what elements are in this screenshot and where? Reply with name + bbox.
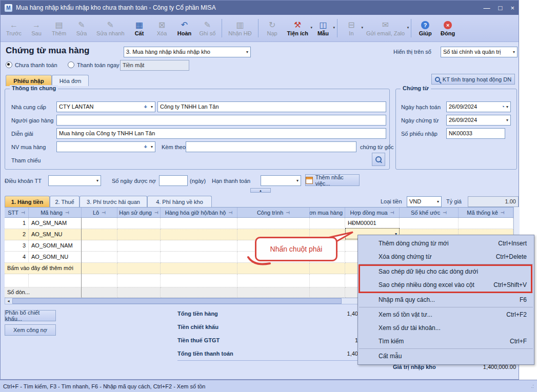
menu-item-add-row[interactable]: Thêm dòng chứng từ mớiCtrl+Insert: [358, 237, 534, 250]
exchange-rate-field: 1.00: [468, 196, 519, 207]
toolbar-save-button[interactable]: ▦Cất: [128, 15, 151, 41]
toolbar-help-button[interactable]: ?Giúp: [414, 15, 436, 41]
term-select[interactable]: ▾: [48, 175, 101, 186]
chevron-down-icon: ▾: [513, 47, 515, 57]
doc-type-select[interactable]: 3. Mua hàng nhập khẩu nhập kho ▾: [124, 47, 251, 57]
toolbar-post-button[interactable]: ✎Ghi sổ: [196, 15, 220, 41]
attach-label: Kèm theo: [162, 144, 186, 150]
pin-icon[interactable]: ⊣: [228, 210, 232, 215]
pin-icon[interactable]: ⊣: [21, 210, 25, 215]
tab-phi-hang-ve-kho[interactable]: 4. Phí hàng về kho: [147, 196, 212, 207]
pencil-icon: ✎: [204, 20, 211, 30]
column-header[interactable]: Hợp đồng mua⊣: [345, 208, 400, 217]
total-goods-value: 1,40: [288, 311, 358, 317]
toolbar-separator: [258, 19, 258, 37]
collapse-button[interactable]: ▲: [250, 188, 271, 193]
add-icon[interactable]: +: [144, 102, 147, 112]
column-header[interactable]: Hạn sử dụng⊣: [117, 208, 161, 217]
posting-date-picker[interactable]: 26/09/2024 ◔ ▾: [446, 101, 511, 112]
toolbar-delete-button[interactable]: ⊠Xóa: [151, 15, 173, 41]
allocate-discount-button[interactable]: Phân bổ chiết khấu...: [5, 310, 56, 321]
pin-icon[interactable]: ⊣: [154, 210, 158, 215]
column-header[interactable]: Lô⊣: [82, 208, 117, 217]
receipt-no-field[interactable]: NK00033: [446, 128, 505, 139]
maximize-icon[interactable]: □: [499, 4, 503, 12]
column-header[interactable]: Hàng hóa giữ hộ/bán hộ⊣: [161, 208, 237, 217]
tab-hang-tien[interactable]: 1. Hàng tiền: [5, 196, 50, 207]
supplier-combo[interactable]: CTY LANTAN + ▾: [56, 101, 155, 112]
pin-icon[interactable]: ⊣: [65, 210, 69, 215]
scrollbar-thumb[interactable]: [12, 298, 342, 304]
toolbar-reload-button[interactable]: ↻Nạp: [261, 15, 284, 41]
display-on-book-select[interactable]: Sổ tài chính và quản trị ▾: [441, 47, 518, 57]
tab-thue[interactable]: 2. Thuế: [50, 196, 79, 207]
refresh-icon: ↻: [269, 20, 275, 30]
toolbar-prev-button[interactable]: ←Trước: [3, 15, 25, 41]
posting-date-label: Ngày hạch toán: [401, 104, 441, 110]
toolbar-send-email-button[interactable]: ✉Gửi email, Zalo▾: [363, 15, 408, 41]
add-icon[interactable]: +: [144, 142, 147, 152]
pin-icon[interactable]: ⊣: [102, 210, 106, 215]
kt-status-button[interactable]: KT tình trạng hoạt động DN: [431, 74, 515, 85]
menu-item-spec-code[interactable]: Nhập mã quy cách...F6: [358, 293, 534, 306]
toolbar-edit-button[interactable]: ✎Sửa: [70, 15, 93, 41]
menu-item-view-account-balance[interactable]: Xem số dư tài khoản...: [358, 321, 534, 335]
minimize-icon[interactable]: —: [484, 4, 490, 12]
toolbar-undo-button[interactable]: ↶Hoàn: [173, 15, 196, 41]
doc-date-picker[interactable]: 26/09/2024 ▾: [446, 115, 511, 126]
tab-hoa-don[interactable]: Hóa đơn: [52, 75, 89, 86]
menu-item-search[interactable]: Tìm kiếmCtrl+F: [358, 335, 534, 348]
attach-field[interactable]: [186, 141, 356, 152]
menu-item-save-template[interactable]: Cất mẫu: [358, 349, 534, 363]
column-header[interactable]: Mã hàng⊣: [29, 208, 82, 217]
radio-unpaid[interactable]: Chưa thanh toán: [6, 61, 57, 68]
chevron-down-icon: ▾: [333, 26, 335, 30]
total-goods-label: Tổng tiền hàng: [177, 311, 218, 317]
chevron-down-icon: ▾: [437, 197, 439, 207]
scroll-left-icon[interactable]: ◂: [5, 298, 12, 304]
view-debt-button[interactable]: Xem công nợ: [5, 324, 56, 336]
group-legend: Chứng từ: [401, 85, 431, 91]
toolbar-add-button[interactable]: ▤Thêm: [48, 15, 70, 41]
toolbar-receive-invoice-button[interactable]: ▥Nhận HĐ: [225, 15, 255, 41]
term-label: Điều khoản TT: [5, 178, 42, 184]
toolbar-templates-button[interactable]: ◫Mẫu▾: [312, 15, 334, 41]
toolbar-next-button[interactable]: →Sau: [25, 15, 48, 41]
window-title: Mua hàng nhập khẩu nhập kho chưa thanh t…: [16, 4, 216, 11]
pin-icon[interactable]: ⊣: [390, 210, 394, 215]
due-date-select[interactable]: ▾: [261, 175, 301, 186]
close-icon[interactable]: ×: [510, 4, 514, 12]
buyer-combo[interactable]: + ▾: [56, 141, 155, 152]
column-header[interactable]: Mã thống kê⊣: [459, 208, 513, 217]
status-bar: Ctrl+F - Tìm kiếm, F3 - Tìm nhanh, F6 - …: [0, 380, 537, 392]
credit-days-field[interactable]: [159, 175, 188, 186]
toolbar-utilities-button[interactable]: ⚒Tiện ích▾: [284, 15, 312, 41]
radio-pay-now[interactable]: Thanh toán ngay: [68, 61, 120, 68]
tab-phi-truoc-hai-quan[interactable]: 3. Phí trước hải quan: [79, 196, 147, 207]
reference-search-button[interactable]: [372, 153, 385, 166]
column-header[interactable]: STT⊣: [5, 208, 29, 217]
pin-icon[interactable]: ⊣: [501, 210, 505, 215]
resize-grip-icon[interactable]: .:: [531, 383, 534, 389]
description-field[interactable]: Mua hàng của Công ty TNHH Lan Tân: [56, 128, 386, 139]
add-reminder-button[interactable]: Thêm nhắc việc...: [305, 174, 360, 186]
menu-item-view-stock[interactable]: Xem số tồn vật tư...Ctrl+F2: [358, 308, 534, 321]
toolbar-close-button[interactable]: ×Đóng: [436, 15, 459, 41]
pin-icon[interactable]: ⊣: [443, 210, 447, 215]
column-header[interactable]: Đơn mua hàng⊣: [310, 208, 345, 217]
column-header[interactable]: Số khế ước⊣: [400, 208, 459, 217]
document-edit-icon: ✎: [107, 20, 114, 30]
currency-select[interactable]: VND ▾: [407, 196, 442, 207]
chevron-down-icon: ▾: [407, 26, 409, 30]
deliverer-field[interactable]: [56, 115, 386, 126]
pin-icon[interactable]: ⊣: [286, 210, 290, 215]
tab-phieu-nhap[interactable]: Phiếu nhập: [6, 75, 52, 86]
menu-item-delete-row[interactable]: Xóa dòng chứng từCtrl+Delete: [358, 250, 534, 263]
toolbar-quick-edit-button[interactable]: ✎Sửa nhanh: [93, 15, 128, 41]
toolbar-print-button[interactable]: ⊟In▾: [340, 15, 363, 41]
supplier-name-field[interactable]: Công ty TNHH Lan Tân: [157, 101, 386, 112]
group-legend: Thông tin chung: [10, 85, 58, 91]
toolbar-separator: [411, 19, 411, 37]
email-icon: ✉: [382, 20, 389, 30]
column-header[interactable]: Công trình⊣: [237, 208, 310, 217]
